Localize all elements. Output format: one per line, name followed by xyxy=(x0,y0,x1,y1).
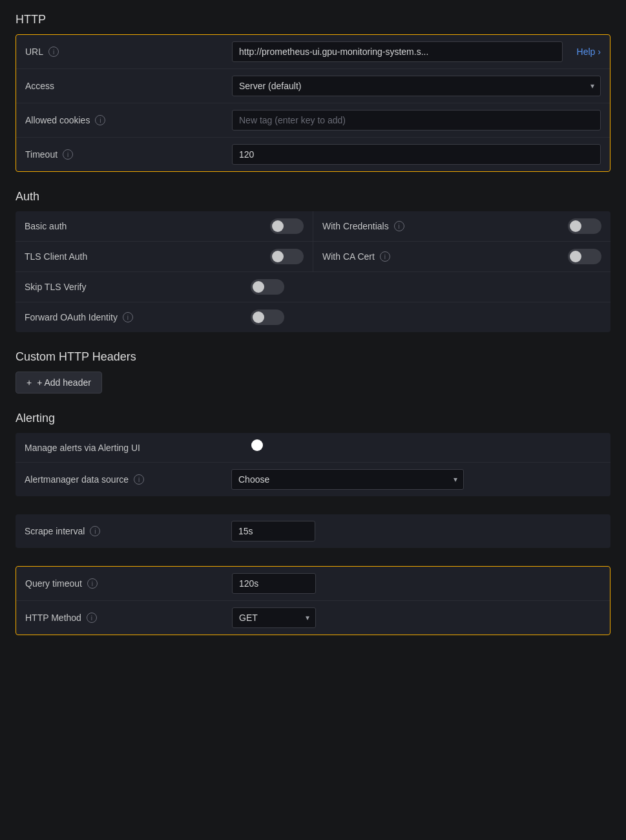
with-ca-cert-info-icon[interactable]: i xyxy=(380,251,390,262)
alertmanager-info-icon[interactable]: i xyxy=(134,474,144,485)
alerting-form: Manage alerts via Alerting UI Alertmanag… xyxy=(16,433,610,496)
url-input-wrapper xyxy=(232,41,563,62)
timeout-control xyxy=(232,144,601,165)
http-method-info-icon[interactable]: i xyxy=(87,613,97,623)
http-method-select[interactable]: GET POST xyxy=(232,607,316,628)
skip-tls-label: Skip TLS Verify xyxy=(25,282,251,292)
basic-auth-toggle[interactable] xyxy=(270,218,304,234)
with-credentials-info-icon[interactable]: i xyxy=(394,221,404,231)
auth-grid: Basic auth With Credentials i xyxy=(16,211,610,332)
forward-oauth-slider xyxy=(251,310,284,325)
access-select-wrapper: Server (default) Browser xyxy=(232,76,601,96)
http-section: HTTP URL i Help › Access xyxy=(16,13,610,172)
with-credentials-slider xyxy=(568,218,601,234)
query-timeout-row: Query timeout i xyxy=(16,567,610,601)
skip-tls-toggle[interactable] xyxy=(251,279,284,295)
http-form: URL i Help › Access Server (defau xyxy=(16,34,610,172)
alertmanager-row: Alertmanager data source i Choose xyxy=(16,463,610,496)
url-row: URL i Help › xyxy=(16,35,610,69)
forward-oauth-toggle[interactable] xyxy=(251,310,284,325)
scrape-interval-label: Scrape interval i xyxy=(25,526,231,536)
allowed-cookies-input[interactable] xyxy=(232,110,601,131)
http-title: HTTP xyxy=(16,13,610,26)
with-ca-cert-cell: With CA Cert i xyxy=(313,242,610,271)
alerting-title: Alerting xyxy=(16,412,610,425)
access-control: Server (default) Browser xyxy=(232,76,601,96)
basic-auth-label: Basic auth xyxy=(25,221,270,231)
tls-client-auth-label: TLS Client Auth xyxy=(25,251,270,262)
url-label: URL i xyxy=(25,47,232,57)
with-ca-cert-toggle[interactable] xyxy=(568,249,601,264)
alertmanager-label: Alertmanager data source i xyxy=(25,474,231,485)
basic-auth-cell: Basic auth xyxy=(16,211,313,241)
auth-row-4: Forward OAuth Identity i xyxy=(16,302,610,332)
forward-oauth-info-icon[interactable]: i xyxy=(123,312,133,322)
basic-auth-slider xyxy=(270,218,304,234)
manage-alerts-row: Manage alerts via Alerting UI xyxy=(16,433,610,463)
access-row: Access Server (default) Browser xyxy=(16,69,610,103)
timeout-input[interactable] xyxy=(232,144,601,165)
url-input[interactable] xyxy=(232,41,563,62)
scrape-interval-info-icon[interactable]: i xyxy=(90,526,100,536)
query-timeout-section: Query timeout i HTTP Method i GET POST xyxy=(16,566,610,635)
access-select[interactable]: Server (default) Browser xyxy=(232,76,601,96)
with-ca-cert-slider xyxy=(568,249,601,264)
auth-section: Auth Basic auth With Credentials i xyxy=(16,190,610,332)
manage-alerts-label: Manage alerts via Alerting UI xyxy=(25,443,231,453)
add-header-icon: + xyxy=(26,377,32,388)
http-method-row: HTTP Method i GET POST xyxy=(16,601,610,635)
http-method-select-wrapper: GET POST xyxy=(232,607,316,628)
scrape-interval-input[interactable] xyxy=(231,521,315,541)
auth-row-2: TLS Client Auth With CA Cert i xyxy=(16,242,610,272)
timeout-row: Timeout i xyxy=(16,138,610,171)
query-timeout-label: Query timeout i xyxy=(25,578,232,589)
help-link[interactable]: Help › xyxy=(577,47,601,57)
alerting-section: Alerting Manage alerts via Alerting UI A… xyxy=(16,412,610,496)
scrape-interval-control xyxy=(231,521,601,541)
allowed-cookies-label: Allowed cookies i xyxy=(25,115,232,125)
query-timeout-info-icon[interactable]: i xyxy=(87,578,98,589)
skip-tls-cell: Skip TLS Verify xyxy=(16,272,293,302)
forward-oauth-label: Forward OAuth Identity i xyxy=(25,312,251,322)
with-credentials-label: With Credentials i xyxy=(322,221,568,231)
forward-oauth-cell: Forward OAuth Identity i xyxy=(16,302,293,332)
allowed-cookies-control xyxy=(232,110,601,131)
scrape-interval-section: Scrape interval i xyxy=(16,514,610,548)
query-timeout-input[interactable] xyxy=(232,573,316,594)
tls-client-auth-cell: TLS Client Auth xyxy=(16,242,313,271)
access-label: Access xyxy=(25,81,232,91)
headers-title: Custom HTTP Headers xyxy=(16,350,610,364)
with-credentials-toggle[interactable] xyxy=(568,218,601,234)
http-method-label: HTTP Method i xyxy=(25,613,232,623)
http-method-control: GET POST xyxy=(232,607,601,628)
manage-alerts-control xyxy=(231,443,601,453)
alertmanager-select-wrapper: Choose xyxy=(231,469,464,490)
url-info-icon[interactable]: i xyxy=(48,47,59,57)
scrape-interval-row: Scrape interval i xyxy=(16,514,610,548)
add-header-label: + Add header xyxy=(37,377,91,388)
alertmanager-control: Choose xyxy=(231,469,601,490)
tls-client-auth-slider xyxy=(270,249,304,264)
url-help-area: Help › xyxy=(569,47,601,57)
auth-row-3: Skip TLS Verify xyxy=(16,272,610,302)
skip-tls-slider xyxy=(251,279,284,295)
timeout-label: Timeout i xyxy=(25,149,232,160)
auth-row-1: Basic auth With Credentials i xyxy=(16,211,610,242)
scrape-query-section: Scrape interval i Query timeout i HTTP M… xyxy=(16,514,610,635)
alertmanager-select[interactable]: Choose xyxy=(231,469,464,490)
auth-title: Auth xyxy=(16,190,610,204)
allowed-cookies-info-icon[interactable]: i xyxy=(95,115,105,125)
timeout-info-icon[interactable]: i xyxy=(63,149,73,160)
with-credentials-cell: With Credentials i xyxy=(313,211,610,241)
query-timeout-control xyxy=(232,573,601,594)
headers-section: Custom HTTP Headers + + Add header xyxy=(16,350,610,394)
allowed-cookies-row: Allowed cookies i xyxy=(16,103,610,138)
with-ca-cert-label: With CA Cert i xyxy=(322,251,568,262)
tls-client-auth-toggle[interactable] xyxy=(270,249,304,264)
add-header-button[interactable]: + + Add header xyxy=(16,372,102,394)
